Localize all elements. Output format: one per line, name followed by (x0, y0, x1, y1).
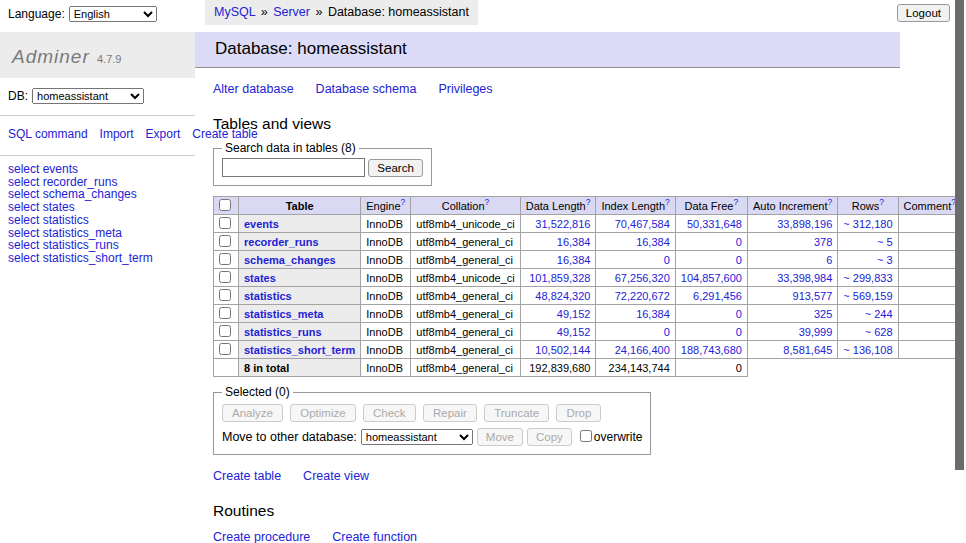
table-name-link[interactable]: statistics_meta (244, 308, 324, 320)
optimize-button[interactable]: Optimize (290, 404, 355, 422)
table-name-link[interactable]: statistics_runs (244, 326, 322, 338)
table-name-link[interactable]: statistics_short_term (244, 344, 355, 356)
selected-buttons-row: Analyze Optimize Check Repair Truncate D… (222, 404, 642, 422)
logout-button[interactable]: Logout (897, 4, 950, 22)
column-header-auto-increment: Auto Increment (753, 200, 828, 212)
cell-comment (898, 341, 961, 359)
cell-engine: InnoDB (361, 323, 411, 341)
column-header-rows: Rows (852, 200, 880, 212)
cell-rows: ~ 628 (838, 323, 898, 341)
create-function-link[interactable]: Create function (332, 530, 417, 543)
cell-index-length: 70,467,584 (596, 215, 675, 233)
search-legend: Search data in tables (8) (222, 141, 359, 155)
table-name-link[interactable]: statistics (244, 290, 292, 302)
row-checkbox[interactable] (219, 235, 231, 247)
cell-data-free: 0 (675, 251, 747, 269)
cell-rows: ~ 3 (838, 251, 898, 269)
cell-comment (898, 215, 961, 233)
import-link[interactable]: Import (100, 127, 134, 141)
row-checkbox[interactable] (219, 289, 231, 301)
total-label: 8 in total (239, 359, 361, 377)
scrollbar-thumb[interactable] (955, 0, 964, 470)
cell-rows: ~ 312,180 (838, 215, 898, 233)
tables-table: Table Engine? Collation? Data Length? In… (213, 196, 962, 377)
sidebar-item-select-statistics[interactable]: select statistics (8, 214, 187, 227)
search-button[interactable]: Search (368, 159, 422, 177)
database-schema-link[interactable]: Database schema (316, 82, 417, 96)
help-icon[interactable]: ? (665, 197, 670, 207)
help-icon[interactable]: ? (586, 197, 591, 207)
search-input[interactable] (222, 158, 365, 177)
total-engine: InnoDB (361, 359, 411, 377)
create-procedure-link[interactable]: Create procedure (213, 530, 310, 543)
privileges-link[interactable]: Privileges (438, 82, 492, 96)
breadcrumb-mysql-link[interactable]: MySQL (214, 5, 255, 19)
table-row: statistics_short_termInnoDButf8mb4_gener… (214, 341, 962, 359)
alter-database-link[interactable]: Alter database (213, 82, 294, 96)
help-icon[interactable]: ? (879, 197, 884, 207)
table-row: eventsInnoDButf8mb4_unicode_ci31,522,816… (214, 215, 962, 233)
help-icon[interactable]: ? (401, 197, 406, 207)
app-name: Adminer (12, 46, 90, 67)
analyze-button[interactable]: Analyze (222, 404, 283, 422)
export-link[interactable]: Export (146, 127, 181, 141)
help-icon[interactable]: ? (485, 197, 490, 207)
repair-button[interactable]: Repair (423, 404, 477, 422)
search-fieldset: Search data in tables (8) Search (213, 141, 432, 186)
create-table-link-bottom[interactable]: Create table (213, 469, 281, 483)
breadcrumb-separator: » (313, 5, 324, 19)
cell-comment (898, 251, 961, 269)
cell-comment (898, 323, 961, 341)
row-checkbox[interactable] (219, 253, 231, 265)
sidebar-item-select-events[interactable]: select events (8, 163, 187, 176)
breadcrumb-current: Database: homeassistant (328, 5, 469, 19)
tables-and-views-heading: Tables and views (213, 115, 900, 133)
table-name-link[interactable]: states (244, 272, 276, 284)
table-name-link[interactable]: recorder_runs (244, 236, 319, 248)
sidebar-item-select-states[interactable]: select states (8, 201, 187, 214)
page-title: Database: homeassistant (195, 32, 900, 68)
sidebar-item-select-statistics-short-term[interactable]: select statistics_short_term (8, 252, 187, 265)
breadcrumb: MySQL » Server » Database: homeassistant (205, 0, 478, 25)
cell-data-free: 6,291,456 (675, 287, 747, 305)
total-index-length: 234,143,744 (596, 359, 675, 377)
cell-comment (898, 305, 961, 323)
move-db-select[interactable]: homeassistant (361, 429, 473, 445)
cell-auto-increment: 8,581,645 (747, 341, 837, 359)
cell-data-free: 188,743,680 (675, 341, 747, 359)
create-view-link[interactable]: Create view (303, 469, 369, 483)
check-button[interactable]: Check (363, 404, 416, 422)
breadcrumb-server-link[interactable]: Server (273, 5, 310, 19)
help-icon[interactable]: ? (828, 197, 833, 207)
row-checkbox[interactable] (219, 325, 231, 337)
copy-button[interactable]: Copy (527, 428, 572, 446)
cell-index-length: 0 (596, 251, 675, 269)
cell-engine: InnoDB (361, 287, 411, 305)
cell-auto-increment: 913,577 (747, 287, 837, 305)
select-all-checkbox[interactable] (219, 199, 231, 211)
move-button[interactable]: Move (477, 428, 523, 446)
db-selector-row: DB:homeassistant (0, 78, 195, 116)
language-select[interactable]: English (69, 6, 157, 22)
row-checkbox[interactable] (219, 271, 231, 283)
truncate-button[interactable]: Truncate (484, 404, 549, 422)
cell-data-length: 101,859,328 (520, 269, 596, 287)
table-name-link[interactable]: events (244, 218, 279, 230)
table-name-link[interactable]: schema_changes (244, 254, 336, 266)
cell-index-length: 16,384 (596, 233, 675, 251)
move-row: Move to other database:homeassistantMove… (222, 428, 642, 446)
cell-auto-increment: 33,898,196 (747, 215, 837, 233)
column-header-data-free: Data Free (685, 200, 734, 212)
drop-button[interactable]: Drop (556, 404, 601, 422)
row-checkbox[interactable] (219, 307, 231, 319)
total-collation: utf8mb4_general_ci (411, 359, 520, 377)
overwrite-checkbox[interactable] (580, 430, 592, 442)
cell-collation: utf8mb4_unicode_ci (411, 269, 520, 287)
row-checkbox[interactable] (219, 217, 231, 229)
row-checkbox[interactable] (219, 343, 231, 355)
cell-collation: utf8mb4_general_ci (411, 251, 520, 269)
help-icon[interactable]: ? (733, 197, 738, 207)
db-select[interactable]: homeassistant (32, 88, 144, 104)
sql-command-link[interactable]: SQL command (8, 127, 88, 141)
cell-data-free: 0 (675, 233, 747, 251)
